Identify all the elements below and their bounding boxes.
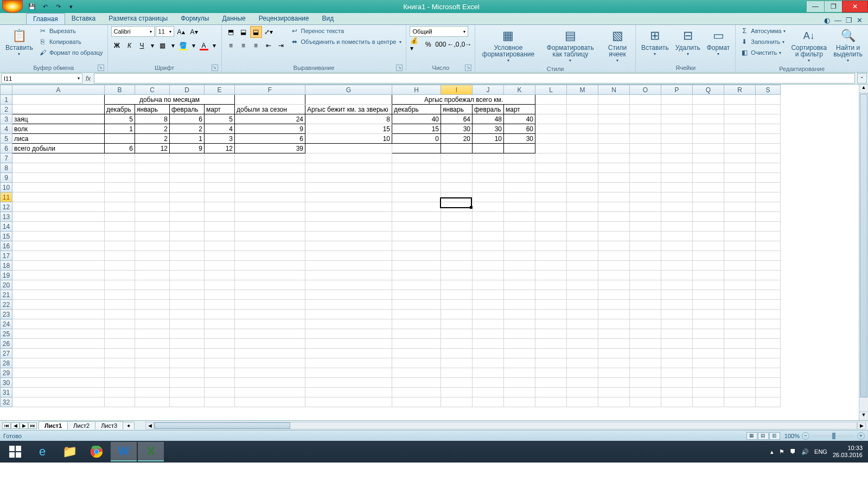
cell-Q10[interactable] bbox=[693, 183, 724, 192]
wrap-text-button[interactable]: ↩Перенос текста bbox=[289, 26, 403, 36]
cell-I31[interactable] bbox=[441, 388, 473, 397]
cell-L4[interactable] bbox=[535, 124, 567, 134]
cell-L17[interactable] bbox=[535, 251, 567, 261]
cell-J21[interactable] bbox=[473, 290, 504, 300]
row-header-13[interactable]: 13 bbox=[1, 212, 12, 222]
cell-A29[interactable] bbox=[12, 368, 105, 378]
cell-B23[interactable] bbox=[105, 310, 135, 319]
cell-J10[interactable] bbox=[473, 183, 504, 192]
cell-B12[interactable] bbox=[105, 202, 135, 212]
col-header-D[interactable]: D bbox=[170, 85, 205, 95]
cell-N30[interactable] bbox=[598, 378, 630, 388]
cell-Q26[interactable] bbox=[693, 339, 724, 349]
cell-P8[interactable] bbox=[661, 163, 693, 173]
cell-Q3[interactable] bbox=[693, 114, 724, 124]
taskbar-chrome-icon[interactable] bbox=[84, 442, 110, 461]
cell-E11[interactable] bbox=[205, 192, 235, 202]
cell-G31[interactable] bbox=[305, 388, 392, 397]
cell-H8[interactable] bbox=[392, 163, 441, 173]
cell-M22[interactable] bbox=[567, 300, 598, 310]
row-header-24[interactable]: 24 bbox=[1, 319, 12, 329]
row-header-3[interactable]: 3 bbox=[1, 114, 12, 124]
currency-icon[interactable]: 💰▾ bbox=[410, 38, 422, 50]
cell-M17[interactable] bbox=[567, 251, 598, 261]
cell-D7[interactable] bbox=[170, 153, 205, 163]
help-icon[interactable]: ◐ bbox=[824, 16, 830, 24]
sort-filter-button[interactable]: A↓Сортировка и фильтр▾ bbox=[789, 26, 829, 65]
cell-P6[interactable] bbox=[661, 144, 693, 153]
cell-D24[interactable] bbox=[170, 319, 205, 329]
cell-A14[interactable] bbox=[12, 222, 105, 232]
cell-C14[interactable] bbox=[135, 222, 170, 232]
cell-K11[interactable] bbox=[504, 192, 535, 202]
cell-L26[interactable] bbox=[535, 339, 567, 349]
cell-I18[interactable] bbox=[441, 261, 473, 271]
format-as-table-button[interactable]: ▤Форматировать как таблицу▾ bbox=[540, 26, 601, 65]
cell-H3[interactable]: 40 bbox=[392, 114, 441, 124]
cell-S10[interactable] bbox=[756, 183, 781, 192]
zoom-in-button[interactable]: + bbox=[857, 432, 865, 440]
cell-C12[interactable] bbox=[135, 202, 170, 212]
cell-R16[interactable] bbox=[724, 241, 756, 251]
dialog-launcher-icon[interactable]: ↘ bbox=[396, 65, 403, 71]
cell-P28[interactable] bbox=[661, 358, 693, 368]
cell-H20[interactable] bbox=[392, 280, 441, 290]
cell-R1[interactable] bbox=[724, 95, 756, 105]
find-select-button[interactable]: 🔍Найти и выделить▾ bbox=[831, 26, 865, 65]
row-header-20[interactable]: 20 bbox=[1, 280, 12, 290]
cell-P24[interactable] bbox=[661, 319, 693, 329]
cell-B16[interactable] bbox=[105, 241, 135, 251]
cell-H10[interactable] bbox=[392, 183, 441, 192]
tray-flag-icon[interactable]: ⚑ bbox=[779, 448, 784, 455]
cell-C3[interactable]: 8 bbox=[135, 114, 170, 124]
cell-Q11[interactable] bbox=[693, 192, 724, 202]
row-header-6[interactable]: 6 bbox=[1, 144, 12, 153]
cell-A16[interactable] bbox=[12, 241, 105, 251]
cell-A7[interactable] bbox=[12, 153, 105, 163]
cell-Q28[interactable] bbox=[693, 358, 724, 368]
vscroll-thumb[interactable] bbox=[860, 94, 867, 397]
cell-B15[interactable] bbox=[105, 232, 135, 241]
cell-F14[interactable] bbox=[235, 222, 305, 232]
align-right-icon[interactable]: ≡ bbox=[250, 40, 262, 52]
cell-M21[interactable] bbox=[567, 290, 598, 300]
cell-J29[interactable] bbox=[473, 368, 504, 378]
cell-N12[interactable] bbox=[598, 202, 630, 212]
number-format-combo[interactable]: Общий▾ bbox=[410, 26, 468, 37]
cell-B13[interactable] bbox=[105, 212, 135, 222]
row-header-4[interactable]: 4 bbox=[1, 124, 12, 134]
cell-J25[interactable] bbox=[473, 329, 504, 339]
cell-K24[interactable] bbox=[504, 319, 535, 329]
cell-B3[interactable]: 5 bbox=[105, 114, 135, 124]
hscroll-right-icon[interactable]: ▶ bbox=[857, 422, 866, 429]
cell-C19[interactable] bbox=[135, 271, 170, 280]
cell-N28[interactable] bbox=[598, 358, 630, 368]
cell-J13[interactable] bbox=[473, 212, 504, 222]
cell-J6[interactable] bbox=[473, 144, 504, 153]
cell-C17[interactable] bbox=[135, 251, 170, 261]
cell-R26[interactable] bbox=[724, 339, 756, 349]
cell-P26[interactable] bbox=[661, 339, 693, 349]
cell-H2[interactable]: декабрь bbox=[392, 105, 441, 114]
cell-K14[interactable] bbox=[504, 222, 535, 232]
cell-S29[interactable] bbox=[756, 368, 781, 378]
cell-J11[interactable] bbox=[473, 192, 504, 202]
cell-I4[interactable]: 30 bbox=[441, 124, 473, 134]
cell-L10[interactable] bbox=[535, 183, 567, 192]
cell-F7[interactable] bbox=[235, 153, 305, 163]
percent-icon[interactable]: % bbox=[422, 38, 434, 50]
cell-J31[interactable] bbox=[473, 388, 504, 397]
cell-D18[interactable] bbox=[170, 261, 205, 271]
cell-H9[interactable] bbox=[392, 173, 441, 183]
cell-C27[interactable] bbox=[135, 349, 170, 358]
cell-N11[interactable] bbox=[598, 192, 630, 202]
cell-G13[interactable] bbox=[305, 212, 392, 222]
row-header-15[interactable]: 15 bbox=[1, 232, 12, 241]
cell-K27[interactable] bbox=[504, 349, 535, 358]
cell-D21[interactable] bbox=[170, 290, 205, 300]
cell-C25[interactable] bbox=[135, 329, 170, 339]
italic-button[interactable]: К bbox=[124, 40, 136, 52]
cell-F31[interactable] bbox=[235, 388, 305, 397]
cell-M32[interactable] bbox=[567, 397, 598, 407]
cell-P3[interactable] bbox=[661, 114, 693, 124]
